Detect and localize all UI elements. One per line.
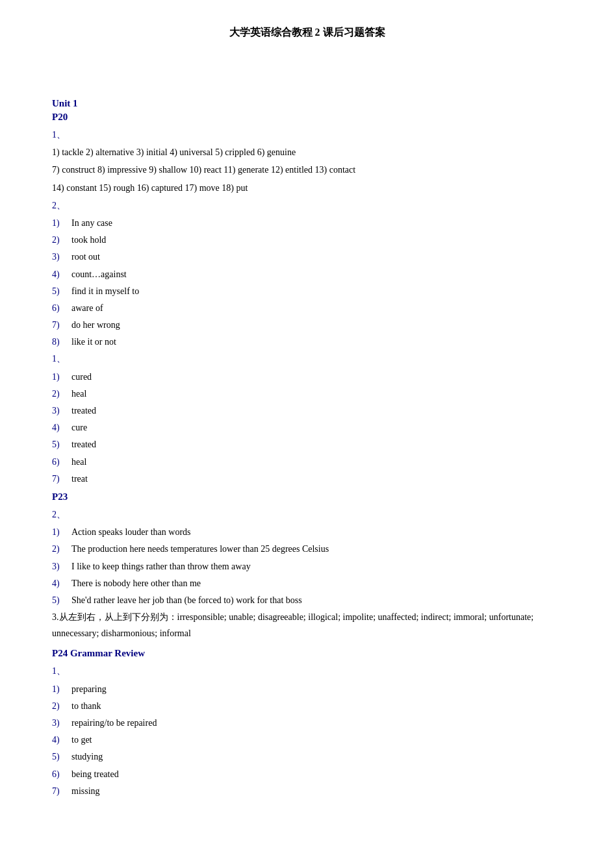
list-item: 2)to thank — [52, 698, 562, 714]
p20-heading: P20 — [52, 112, 562, 123]
item-text: Action speaks louder than words — [71, 524, 562, 540]
item-text: do her wrong — [71, 317, 562, 333]
p20-section2-num: 2、 — [52, 197, 562, 214]
list-item: 1)In any case — [52, 215, 562, 231]
list-item: 4)count…against — [52, 266, 562, 282]
list-item: 7)missing — [52, 783, 562, 799]
list-item: 6)aware of — [52, 300, 562, 316]
item-text: took hold — [71, 232, 562, 248]
item-number: 4) — [52, 575, 71, 591]
p24-section1-list: 1)preparing2)to thank3)repairing/to be r… — [52, 681, 562, 799]
list-item: 2)heal — [52, 386, 562, 402]
item-number: 2) — [52, 232, 71, 248]
item-text: The production here needs temperatures l… — [71, 541, 562, 557]
p23-heading: P23 — [52, 491, 562, 502]
item-number: 2) — [52, 698, 71, 714]
p20-line2: 7) construct 8) impressive 9) shallow 10… — [52, 162, 562, 178]
p24-section1-num: 1、 — [52, 663, 562, 679]
item-text: She'd rather leave her job than (be forc… — [71, 592, 562, 608]
item-number: 3) — [52, 403, 71, 419]
item-text: find it in myself to — [71, 283, 562, 299]
item-text: studying — [71, 749, 562, 765]
item-number: 6) — [52, 766, 71, 782]
item-number: 3) — [52, 249, 71, 265]
list-item: 3)repairing/to be repaired — [52, 715, 562, 731]
list-item: 5)studying — [52, 749, 562, 765]
item-text: treated — [71, 403, 562, 419]
list-item: 7)do her wrong — [52, 317, 562, 333]
item-number: 7) — [52, 317, 71, 333]
list-item: 2)took hold — [52, 232, 562, 248]
list-item: 1)Action speaks louder than words — [52, 524, 562, 540]
item-number: 7) — [52, 471, 71, 487]
item-number: 6) — [52, 454, 71, 470]
item-number: 4) — [52, 266, 71, 282]
list-item: 5)treated — [52, 436, 562, 453]
p24-heading: P24 Grammar Review — [52, 648, 562, 659]
item-text: treated — [71, 436, 562, 453]
item-text: root out — [71, 249, 562, 265]
p20-line1: 1) tackle 2) alternative 3) initial 4) u… — [52, 144, 562, 160]
item-text: cured — [71, 369, 562, 385]
list-item: 3)I like to keep things rather than thro… — [52, 558, 562, 575]
item-number: 5) — [52, 283, 71, 299]
list-item: 6)heal — [52, 454, 562, 470]
item-text: aware of — [71, 300, 562, 316]
item-number: 5) — [52, 436, 71, 453]
item-number: 1) — [52, 524, 71, 540]
p20-section3-num: 1、 — [52, 351, 562, 367]
item-number: 8) — [52, 334, 71, 350]
item-number: 1) — [52, 215, 71, 231]
item-number: 5) — [52, 749, 71, 765]
p23-section3-text: 3.从左到右，从上到下分别为：irresponsible; unable; di… — [52, 609, 562, 641]
list-item: 6)being treated — [52, 766, 562, 782]
list-item: 4)There is nobody here other than me — [52, 575, 562, 591]
item-text: heal — [71, 454, 562, 470]
item-text: cure — [71, 419, 562, 436]
list-item: 1)cured — [52, 369, 562, 385]
item-text: I like to keep things rather than throw … — [71, 558, 562, 575]
item-text: to thank — [71, 698, 562, 714]
list-item: 5)find it in myself to — [52, 283, 562, 299]
list-item: 5)She'd rather leave her job than (be fo… — [52, 592, 562, 608]
item-text: count…against — [71, 266, 562, 282]
item-number: 1) — [52, 681, 71, 697]
p20-section3-list: 1)cured2)heal3)treated4)cure5)treated6)h… — [52, 369, 562, 487]
p23-section2-num: 2、 — [52, 506, 562, 523]
unit1-heading: Unit 1 — [52, 98, 562, 109]
item-text: treat — [71, 471, 562, 487]
p23-section2-list: 1)Action speaks louder than words2)The p… — [52, 524, 562, 608]
item-number: 3) — [52, 715, 71, 731]
list-item: 2)The production here needs temperatures… — [52, 541, 562, 557]
item-number: 4) — [52, 419, 71, 436]
item-text: missing — [71, 783, 562, 799]
p20-line3: 14) constant 15) rough 16) captured 17) … — [52, 180, 562, 196]
p20-section2-list: 1)In any case2)took hold3)root out4)coun… — [52, 215, 562, 351]
item-number: 2) — [52, 541, 71, 557]
item-number: 5) — [52, 592, 71, 608]
item-number: 6) — [52, 300, 71, 316]
item-text: being treated — [71, 766, 562, 782]
item-text: like it or not — [71, 334, 562, 350]
item-text: to get — [71, 732, 562, 748]
item-text: In any case — [71, 215, 562, 231]
list-item: 4)to get — [52, 732, 562, 748]
item-text: preparing — [71, 681, 562, 697]
list-item: 1)preparing — [52, 681, 562, 697]
item-number: 4) — [52, 732, 71, 748]
item-number: 3) — [52, 558, 71, 575]
item-text: repairing/to be repaired — [71, 715, 562, 731]
item-number: 7) — [52, 783, 71, 799]
list-item: 7)treat — [52, 471, 562, 487]
item-text: heal — [71, 386, 562, 402]
page-title: 大学英语综合教程 2 课后习题答案 — [52, 26, 562, 40]
list-item: 3)treated — [52, 403, 562, 419]
list-item: 3)root out — [52, 249, 562, 265]
list-item: 4)cure — [52, 419, 562, 436]
p20-section1-num: 1、 — [52, 127, 562, 143]
item-number: 1) — [52, 369, 71, 385]
item-number: 2) — [52, 386, 71, 402]
list-item: 8)like it or not — [52, 334, 562, 350]
item-text: There is nobody here other than me — [71, 575, 562, 591]
